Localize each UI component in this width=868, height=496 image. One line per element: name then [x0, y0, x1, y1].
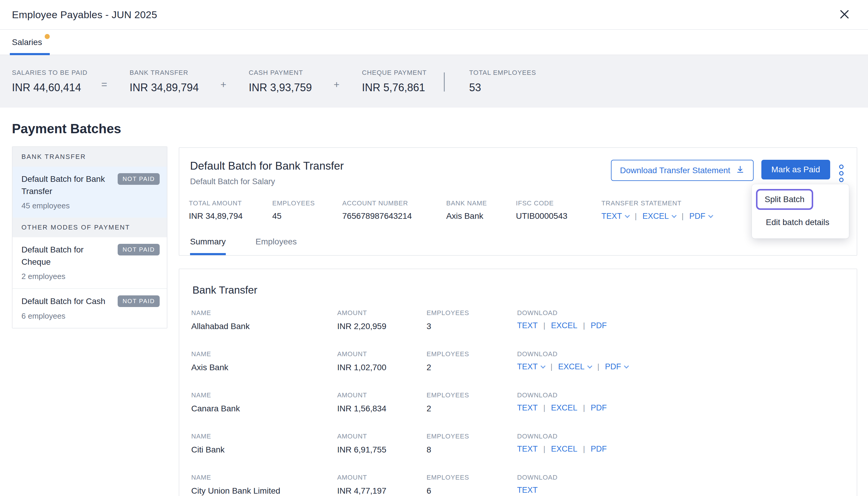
- kebab-icon: [839, 165, 843, 182]
- stat-cash-payment: CASH PAYMENT INR 3,93,759: [249, 69, 334, 94]
- tab-salaries[interactable]: Salaries: [12, 37, 42, 47]
- bank-download-links: TEXT|EXCEL|PDF: [517, 362, 857, 371]
- bank-download-links: TEXT|EXCEL|PDF: [517, 445, 857, 454]
- bank-row-amount-cell: AMOUNT INR 6,91,755: [337, 433, 427, 454]
- tab-employees[interactable]: Employees: [256, 237, 297, 255]
- download-text-link[interactable]: TEXT: [517, 321, 538, 330]
- batch-employee-count: 6 employees: [21, 311, 158, 321]
- download-transfer-statement-button[interactable]: Download Transfer Statement: [611, 160, 753, 181]
- bank-row-amount-cell: AMOUNT INR 1,02,700: [337, 350, 427, 372]
- mark-as-paid-button[interactable]: Mark as Paid: [761, 160, 830, 180]
- stat-total-employees: TOTAL EMPLOYEES 53: [469, 69, 536, 94]
- download-excel-link[interactable]: EXCEL: [551, 403, 578, 412]
- bank-row-download-cell: DOWNLOAD TEXT|EXCEL|PDF: [517, 433, 857, 454]
- menu-item-edit-batch-details[interactable]: Edit batch details: [766, 218, 843, 227]
- notification-dot-icon: [45, 34, 50, 39]
- bank-employees: 3: [427, 322, 517, 331]
- batch-item-cheque[interactable]: Default Batch for Cheque NOT PAID 2 empl…: [13, 237, 167, 288]
- bank-download-links: TEXT: [517, 485, 857, 495]
- bank-row: NAME City Union Bank Limited AMOUNT INR …: [179, 474, 857, 496]
- batch-item-cash[interactable]: Default Batch for Cash NOT PAID 6 employ…: [13, 288, 167, 328]
- download-excel-link[interactable]: EXCEL: [551, 445, 578, 453]
- stat-label: CASH PAYMENT: [249, 69, 334, 77]
- batch-employee-count: 2 employees: [21, 272, 158, 281]
- download-pdf-link[interactable]: PDF: [605, 362, 628, 371]
- bank-employees: 2: [427, 404, 517, 414]
- dialog-header: Employee Payables - JUN 2025: [0, 0, 868, 30]
- bank-row-amount-cell: AMOUNT INR 1,56,834: [337, 391, 427, 414]
- transfer-statement-excel-link[interactable]: EXCEL: [643, 212, 676, 221]
- stat-value: INR 34,89,794: [130, 81, 221, 94]
- bank-row-employees-cell: EMPLOYEES 2: [427, 350, 517, 372]
- dialog-tabbar: Salaries: [0, 30, 868, 55]
- field-total-amount: TOTAL AMOUNT INR 34,89,794: [189, 199, 272, 221]
- field-ifsc-code: IFSC CODE UTIB0000543: [516, 199, 601, 221]
- transfer-statement-text-link[interactable]: TEXT: [601, 212, 629, 221]
- bank-row: NAME Axis Bank AMOUNT INR 1,02,700 EMPLO…: [179, 350, 857, 372]
- bank-name: Canara Bank: [191, 404, 337, 414]
- transfer-statement-pdf-link[interactable]: PDF: [689, 212, 712, 221]
- page-title: Employee Payables - JUN 2025: [12, 9, 157, 20]
- batch-item-bank-transfer[interactable]: Default Batch for Bank Transfer NOT PAID…: [13, 167, 167, 218]
- batch-employee-count: 45 employees: [21, 201, 158, 211]
- download-excel-link[interactable]: EXCEL: [558, 362, 592, 371]
- bank-employees: 2: [427, 363, 517, 372]
- payment-batches-heading: Payment Batches: [12, 121, 868, 136]
- bank-download-links: TEXT|EXCEL|PDF: [517, 321, 857, 330]
- field-account-number: ACCOUNT NUMBER 765678987643214: [342, 199, 446, 221]
- bank-download-links: TEXT|EXCEL|PDF: [517, 403, 857, 413]
- stat-label: CHEQUE PAYMENT: [362, 69, 444, 77]
- status-badge: NOT PAID: [118, 295, 160, 307]
- bank-row-name-cell: NAME Citi Bank: [191, 433, 337, 454]
- download-text-link[interactable]: TEXT: [517, 403, 538, 412]
- batch-options-menu: Split Batch Edit batch details: [752, 184, 849, 238]
- status-badge: NOT PAID: [118, 244, 160, 255]
- more-options-button[interactable]: [838, 164, 845, 183]
- stat-cheque-payment: CHEQUE PAYMENT INR 5,76,861: [362, 69, 444, 94]
- download-pdf-link[interactable]: PDF: [591, 321, 607, 330]
- download-pdf-link[interactable]: PDF: [591, 403, 607, 412]
- download-text-link[interactable]: TEXT: [517, 362, 545, 371]
- plus-operator: +: [334, 73, 362, 90]
- status-badge: NOT PAID: [118, 173, 160, 185]
- chevron-down-icon: [672, 213, 677, 218]
- plus-operator: +: [221, 73, 249, 90]
- payment-batch-list: BANK TRANSFER Default Batch for Bank Tra…: [12, 146, 167, 328]
- group-header-other-modes: OTHER MODES OF PAYMENT: [13, 218, 167, 237]
- download-text-link[interactable]: TEXT: [517, 485, 538, 495]
- bank-employees: 8: [427, 445, 517, 454]
- chevron-down-icon: [624, 364, 629, 369]
- bank-row-amount-cell: AMOUNT INR 2,20,959: [337, 309, 427, 331]
- bank-row-name-cell: NAME Canara Bank: [191, 391, 337, 414]
- summary-divider: [444, 71, 469, 92]
- bank-row: NAME Canara Bank AMOUNT INR 1,56,834 EMP…: [179, 391, 857, 414]
- bank-rows: NAME Allahabad Bank AMOUNT INR 2,20,959 …: [179, 309, 857, 496]
- bank-name: Axis Bank: [191, 363, 337, 372]
- bank-row-download-cell: DOWNLOAD TEXT: [517, 474, 857, 496]
- tab-summary[interactable]: Summary: [190, 237, 226, 255]
- stat-salaries-to-be-paid: SALARIES TO BE PAID INR 44,60,414: [12, 69, 101, 94]
- tab-salaries-label: Salaries: [12, 37, 42, 47]
- field-employees: EMPLOYEES 45: [272, 199, 342, 221]
- bank-employees: 6: [427, 486, 517, 496]
- stat-bank-transfer: BANK TRANSFER INR 34,89,794: [130, 69, 221, 94]
- chevron-down-icon: [708, 213, 713, 218]
- download-excel-link[interactable]: EXCEL: [551, 321, 578, 330]
- download-icon: [736, 165, 745, 176]
- download-text-link[interactable]: TEXT: [517, 445, 538, 453]
- download-button-label: Download Transfer Statement: [620, 166, 730, 175]
- bank-name: Citi Bank: [191, 445, 337, 454]
- close-icon: [838, 8, 851, 21]
- stat-value: INR 44,60,414: [12, 81, 101, 94]
- bank-row-download-cell: DOWNLOAD TEXT|EXCEL|PDF: [517, 350, 857, 372]
- equals-operator: =: [101, 73, 130, 90]
- bank-row-name-cell: NAME Axis Bank: [191, 350, 337, 372]
- batch-detail-title: Default Batch for Bank Transfer: [190, 160, 344, 172]
- bank-amount: INR 2,20,959: [337, 322, 427, 331]
- download-pdf-link[interactable]: PDF: [591, 445, 607, 453]
- bank-row-employees-cell: EMPLOYEES 3: [427, 309, 517, 331]
- employee-payables-dialog: Employee Payables - JUN 2025 Salaries SA…: [0, 0, 868, 496]
- close-button[interactable]: [838, 8, 851, 21]
- group-header-bank-transfer: BANK TRANSFER: [13, 147, 167, 167]
- menu-item-split-batch[interactable]: Split Batch: [756, 189, 813, 210]
